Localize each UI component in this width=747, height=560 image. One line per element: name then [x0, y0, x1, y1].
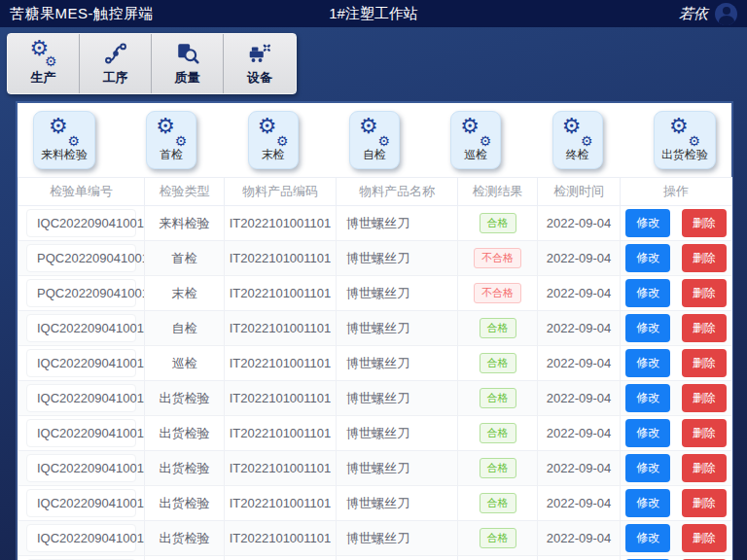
edit-button[interactable]: 修改 [625, 419, 670, 447]
result-badge: 合格 [480, 493, 516, 513]
cell-actions: 修改 删除 [621, 346, 732, 381]
module-toolbar: ⚙⚙ 生产 工序 质量 [7, 33, 297, 94]
delete-button[interactable]: 删除 [682, 419, 727, 447]
inspection-button-label: 末检 [262, 147, 285, 163]
cell-date: 2022-09-04 [538, 486, 621, 521]
delete-button[interactable]: 删除 [682, 244, 727, 272]
cell-material-name: 博世螺丝刀 [337, 416, 458, 451]
table-row: IQC202209041001 出货检验 IT2022101001101 博世螺… [18, 451, 732, 486]
inspection-button-shipment[interactable]: ⚙⚙ 出货检验 [654, 111, 716, 169]
delete-button[interactable]: 删除 [682, 209, 727, 237]
cell-order-no: IQC202209041001 [18, 381, 145, 416]
delete-button[interactable]: 删除 [682, 454, 727, 482]
cell-material-name: 博世螺丝刀 [337, 451, 458, 486]
cell-result: 合格 [458, 486, 538, 521]
cell-result: 合格 [458, 451, 538, 486]
cell-result: 合格 [458, 416, 538, 451]
toolbar-label-process: 工序 [103, 69, 128, 87]
cell-result: 合格 [458, 521, 538, 556]
cell-date: 2022-09-04 [538, 241, 621, 276]
cell-material-name: 博世螺丝刀 [337, 381, 458, 416]
gears-icon: ⚙⚙ [48, 119, 81, 146]
inspection-button-patrol[interactable]: ⚙⚙ 巡检 [450, 111, 501, 169]
user-avatar-icon[interactable] [715, 3, 737, 25]
cell-order-no: IQC202209041001 [18, 311, 145, 346]
content-panel: ⚙⚙ 来料检验 ⚙⚙ 首检 ⚙⚙ 末检 ⚙⚙ 自检 ⚙⚙ 巡检 ⚙⚙ 终检 ⚙⚙… [18, 103, 731, 560]
edit-button[interactable]: 修改 [625, 244, 670, 272]
cell-result: 合格 [458, 206, 538, 241]
cell-material-code: IT2022101001101 [225, 206, 337, 241]
edit-button[interactable]: 修改 [625, 384, 670, 412]
inspection-button-final[interactable]: ⚙⚙ 终检 [552, 111, 603, 169]
toolbar-button-equipment[interactable]: 设备 [224, 34, 296, 93]
delete-button[interactable]: 删除 [682, 524, 727, 552]
edit-button[interactable]: 修改 [625, 279, 670, 307]
table-header-row: 检验单编号 检验类型 物料产品编码 物料产品名称 检测结果 检测时间 操作 [18, 178, 732, 206]
inspection-button-label: 出货检验 [661, 147, 708, 163]
toolbar-button-process[interactable]: 工序 [80, 34, 152, 93]
cell-inspection-type: 自检 [145, 311, 225, 346]
cell-inspection-type: 巡检 [145, 346, 225, 381]
cell-date: 2022-09-04 [538, 206, 621, 241]
inspection-button-first[interactable]: ⚙⚙ 首检 [146, 111, 196, 169]
inspection-button-label: 巡检 [464, 147, 487, 163]
inspection-button-label: 首检 [160, 147, 183, 163]
toolbar-label-production: 生产 [31, 69, 56, 87]
edit-button[interactable]: 修改 [625, 454, 670, 482]
user-name: 若依 [679, 5, 708, 23]
cell-material-name: 博世螺丝刀 [337, 241, 458, 276]
delete-button[interactable]: 删除 [682, 384, 727, 412]
cell-actions: 修改 删除 [621, 381, 732, 416]
cell-order-no: IQC202209041001 [18, 346, 145, 381]
toolbar-button-quality[interactable]: 质量 [152, 34, 224, 93]
header-order-no: 检验单编号 [18, 178, 145, 206]
edit-button[interactable]: 修改 [625, 524, 670, 552]
cell-material-code: IT2022101001101 [225, 276, 337, 311]
cell-inspection-type: 出货检验 [145, 381, 225, 416]
result-badge: 合格 [480, 318, 516, 338]
delete-button[interactable]: 删除 [682, 279, 727, 307]
result-badge: 合格 [480, 528, 516, 548]
edit-button[interactable]: 修改 [625, 489, 670, 517]
cell-actions: 修改 删除 [621, 556, 732, 560]
cell-result: 合格 [458, 346, 538, 381]
cell-date: 2022-09-04 [538, 451, 621, 486]
station-title: 1#注塑工作站 [329, 5, 418, 23]
cell-material-name: 博世螺丝刀 [337, 311, 458, 346]
inspection-button-self[interactable]: ⚙⚙ 自检 [349, 111, 400, 169]
table-row: IQC202209041001 来料检验 IT2022101001101 博世螺… [18, 206, 732, 241]
delete-button[interactable]: 删除 [682, 349, 727, 377]
delete-button[interactable]: 删除 [682, 314, 727, 342]
edit-button[interactable]: 修改 [625, 349, 670, 377]
inspection-button-label: 终检 [566, 147, 589, 163]
cell-inspection-type: 出货检验 [145, 521, 225, 556]
cell-inspection-type: 出货检验 [145, 486, 225, 521]
delete-button[interactable]: 删除 [682, 489, 727, 517]
cell-result: 不合格 [458, 241, 538, 276]
cell-inspection-type: 出货检验 [145, 556, 225, 560]
cell-material-code: IT2022101001101 [225, 556, 337, 560]
toolbar-button-production[interactable]: ⚙⚙ 生产 [8, 34, 80, 93]
result-badge: 合格 [480, 353, 516, 373]
cell-material-name: 博世螺丝刀 [337, 486, 458, 521]
cell-order-no: IQC202209041001 [18, 451, 145, 486]
cell-material-name: 博世螺丝刀 [337, 521, 458, 556]
inspection-button-last[interactable]: ⚙⚙ 末检 [248, 111, 299, 169]
result-badge: 合格 [480, 388, 516, 408]
cell-actions: 修改 删除 [621, 521, 732, 556]
cell-date: 2022-09-04 [538, 311, 621, 346]
inspection-button-incoming[interactable]: ⚙⚙ 来料检验 [33, 111, 95, 169]
cell-inspection-type: 出货检验 [145, 416, 225, 451]
header-inspection-type: 检验类型 [145, 178, 225, 206]
cell-inspection-type: 出货检验 [145, 451, 225, 486]
user-area[interactable]: 若依 [679, 3, 737, 25]
cell-material-code: IT2022101001101 [225, 416, 337, 451]
cell-material-code: IT2022101001101 [225, 486, 337, 521]
edit-button[interactable]: 修改 [625, 209, 670, 237]
cell-order-no: IQC202209041001 [18, 521, 145, 556]
cell-actions: 修改 删除 [621, 311, 732, 346]
cell-actions: 修改 删除 [621, 451, 732, 486]
result-badge: 不合格 [474, 283, 521, 303]
table-row: IQC202209041001 出货检验 IT2022101001101 博世螺… [18, 416, 732, 451]
edit-button[interactable]: 修改 [625, 314, 670, 342]
